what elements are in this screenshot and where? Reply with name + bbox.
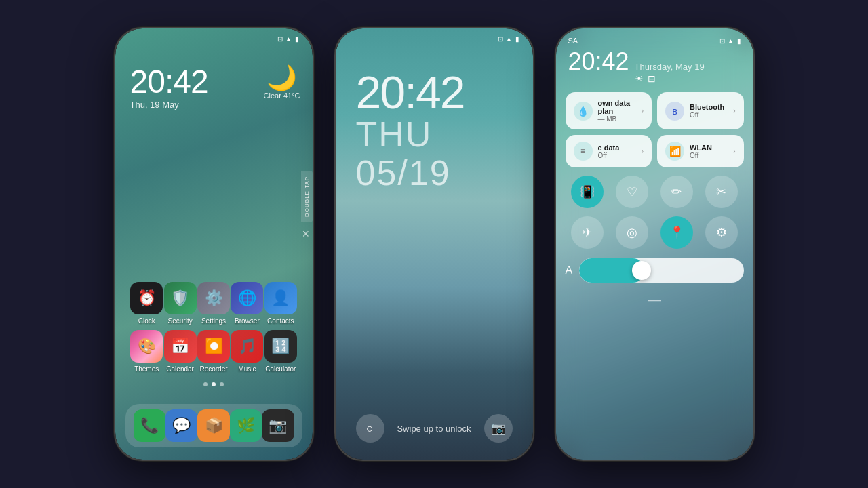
airplane-button[interactable]: ✈ (571, 216, 604, 249)
cc-settings-icon2: ⊟ (648, 73, 656, 84)
dot-3 (220, 382, 224, 386)
double-tap-label[interactable]: DOUBLE TAP (301, 171, 313, 222)
app-calculator[interactable]: 🔢 Calculator (264, 330, 297, 373)
cc-settings-button[interactable]: ⚙ (705, 216, 738, 249)
dock-messages[interactable]: 💬 (165, 409, 197, 442)
brightness-row: A (556, 254, 753, 287)
music-icon: 🎵 (231, 330, 263, 363)
home-screen: ⊡ ▲ ▮ 20:42 Thu, 19 May 🌙 Clear 41°C DOU… (115, 28, 313, 460)
calendar-icon: 📅 (164, 330, 197, 363)
camera-button[interactable]: 📷 (484, 414, 513, 443)
bluetooth-icon: ʙ (665, 102, 684, 121)
icon-grid-1: 📳 ♡ ✏ ✂ (556, 173, 753, 211)
slider-thumb (632, 261, 651, 280)
dock-camera[interactable]: 📷 (262, 409, 294, 442)
data-plan-name: own data plan (598, 99, 636, 115)
app-contacts-label: Contacts (267, 317, 294, 325)
weather-text: Clear 41°C (264, 92, 300, 100)
cc-handle: — (556, 292, 753, 308)
location-button[interactable]: 📍 (660, 216, 693, 249)
app-music-label: Music (238, 365, 256, 373)
brightness-a-icon: A (566, 264, 573, 277)
weather-widget: 🌙 Clear 41°C (264, 66, 300, 100)
phone-home: ⊡ ▲ ▮ 20:42 Thu, 19 May 🌙 Clear 41°C DOU… (114, 27, 314, 461)
app-clock[interactable]: ⏰ Clock (130, 282, 163, 325)
data-plan-info: own data plan — MB (598, 99, 636, 123)
status-bar-lock: ⊡ ▲ ▮ (336, 35, 533, 43)
close-icon[interactable]: ✕ (302, 228, 310, 239)
lock-screen: ⊡ ▲ ▮ 20:42 THU 05/19 ○ Swipe up to unlo… (336, 28, 533, 460)
app-security[interactable]: 🛡️ Security (163, 282, 197, 325)
dock-phone[interactable]: 📞 (134, 409, 165, 442)
themes-icon: 🎨 (130, 330, 163, 363)
app-security-label: Security (168, 317, 193, 325)
lock-time: 20:42 (356, 69, 465, 115)
wifi-icon-lock: ▲ (506, 35, 513, 43)
cc-status-row: SA+ ⊡ ▲ ▮ (556, 28, 753, 47)
app-settings-label: Settings (201, 317, 226, 325)
home-time: 20:42 (130, 66, 208, 98)
app-row-2: 🎨 Themes 📅 Calendar ⏺️ Recorder 🎵 Music … (130, 330, 298, 373)
circle-button[interactable]: ◎ (616, 216, 648, 249)
browser-icon: 🌐 (231, 282, 263, 314)
settings-icon: ⚙️ (197, 282, 230, 314)
data-plan-value: — MB (598, 115, 636, 123)
calculator-icon: 🔢 (264, 330, 297, 363)
app-calendar-label: Calendar (166, 365, 194, 373)
mobile-data-arrow: › (642, 148, 644, 155)
control-panel: SA+ ⊡ ▲ ▮ 20:42 Thursday, May 19 ☀ ⊟ (556, 28, 753, 460)
cc-battery-icon: ▮ (737, 37, 741, 45)
lock-time-widget: 20:42 THU 05/19 (356, 69, 465, 192)
status-icons: ⊡ ▲ ▮ (277, 35, 299, 43)
dock-nature[interactable]: 🌿 (230, 409, 262, 442)
bluetooth-tile[interactable]: ʙ Bluetooth Off › (657, 92, 744, 129)
mobile-data-tile[interactable]: ≡ e data Off › (566, 135, 652, 167)
bluetooth-status: Off (690, 111, 728, 119)
app-themes[interactable]: 🎨 Themes (130, 330, 163, 373)
wlan-arrow: › (733, 148, 735, 155)
swipe-text: Swipe up to unlock (397, 424, 471, 434)
lock-bottom-bar: ○ Swipe up to unlock 📷 (336, 414, 533, 443)
favorite-button[interactable]: ♡ (616, 176, 648, 208)
phone-control: SA+ ⊡ ▲ ▮ 20:42 Thursday, May 19 ☀ ⊟ (555, 27, 755, 461)
battery-icon-lock: ▮ (515, 35, 519, 43)
edit-button[interactable]: ✏ (660, 176, 693, 208)
lock-date: 05/19 (356, 154, 465, 192)
app-browser[interactable]: 🌐 Browser (231, 282, 264, 325)
security-icon: 🛡️ (164, 282, 197, 314)
data-plan-arrow: › (642, 107, 644, 115)
status-icons-lock: ⊡ ▲ ▮ (498, 35, 519, 43)
recorder-icon: ⏺️ (197, 330, 230, 363)
dock-files[interactable]: 📦 (197, 409, 229, 442)
contacts-icon: 👤 (264, 282, 297, 314)
app-recorder[interactable]: ⏺️ Recorder (197, 330, 230, 373)
signal-icon-lock: ⊡ (498, 35, 503, 43)
wlan-info: WLAN Off (690, 144, 728, 159)
app-music[interactable]: 🎵 Music (231, 330, 264, 373)
mobile-data-icon: ≡ (574, 142, 593, 161)
flashlight-button[interactable]: ○ (356, 414, 384, 443)
cc-brightness-icon: ☀ (635, 73, 644, 84)
brightness-slider[interactable] (579, 258, 743, 283)
tiles-row-1: 💧 own data plan — MB › ʙ Bluetooth Off › (556, 92, 753, 129)
moon-icon: 🌙 (267, 66, 297, 90)
cc-time: 20:42 (568, 47, 629, 76)
data-plan-icon: 💧 (574, 102, 593, 121)
dock: 📞 💬 📦 🌿 📷 (125, 404, 302, 447)
app-settings[interactable]: ⚙️ Settings (197, 282, 230, 325)
cc-status-icons: ⊡ ▲ ▮ (719, 37, 741, 45)
tiles-row-2: ≡ e data Off › 📶 WLAN Off › (556, 135, 753, 167)
scissors-button[interactable]: ✂ (705, 176, 738, 208)
bluetooth-label: Bluetooth (690, 103, 728, 111)
app-calendar[interactable]: 📅 Calendar (163, 330, 197, 373)
app-clock-label: Clock (138, 317, 155, 325)
carrier-label: SA+ (568, 37, 583, 45)
app-recorder-label: Recorder (199, 365, 227, 373)
data-plan-tile[interactable]: 💧 own data plan — MB › (566, 92, 652, 129)
battery-icon: ▮ (295, 35, 299, 43)
wlan-tile[interactable]: 📶 WLAN Off › (657, 135, 744, 167)
mobile-data-status: Off (598, 152, 636, 159)
vibrate-button[interactable]: 📳 (571, 176, 604, 208)
app-contacts[interactable]: 👤 Contacts (264, 282, 297, 325)
time-widget: 20:42 Thu, 19 May (130, 66, 208, 110)
